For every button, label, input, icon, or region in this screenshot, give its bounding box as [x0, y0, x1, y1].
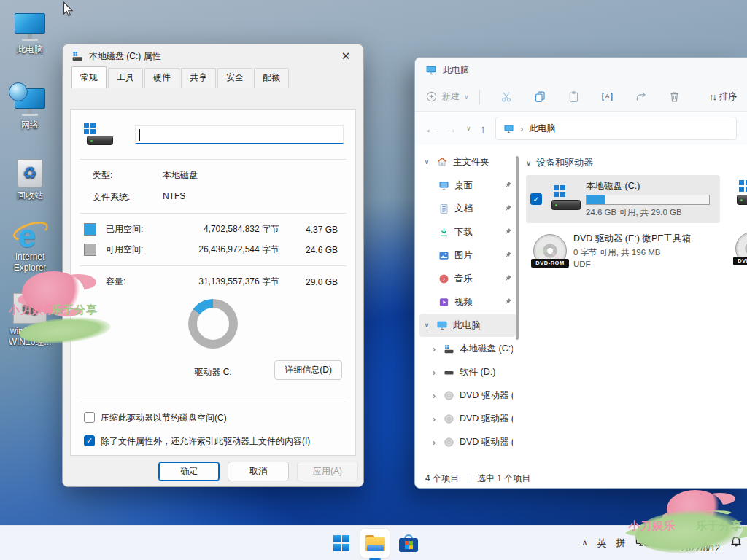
chevron-down-icon[interactable]: ∨	[422, 322, 431, 329]
taskbar-clock[interactable]: 14:55 2022/8/12	[681, 532, 720, 554]
delete-button[interactable]	[658, 90, 692, 103]
desktop-icon-internet-explorer[interactable]: e Internet Explorer	[1, 216, 58, 273]
cancel-button[interactable]: 取消	[228, 462, 289, 481]
index-checkbox-row[interactable]: 除了文件属性外，还允许索引此驱动器上文件的内容(I)	[84, 435, 344, 448]
dialog-tabs: 常规 工具 硬件 共享 安全 配额	[63, 68, 363, 88]
drive-item-c[interactable]: ✓ 本地磁盘 (C:) 24.6 GB 可用, 共 29.0 GB	[526, 175, 720, 223]
share-button[interactable]	[624, 90, 658, 103]
selected-checkbox-icon[interactable]: ✓	[530, 193, 542, 205]
nav-this-pc[interactable]: ∨ 此电脑	[419, 314, 516, 337]
recycle-bin-icon: ♻	[17, 159, 43, 188]
nav-documents[interactable]: 文档	[419, 197, 516, 220]
nav-drive-d[interactable]: › 软件 (D:)	[419, 360, 516, 384]
new-button[interactable]: 新建 ∨	[425, 90, 469, 103]
copy-button[interactable]	[524, 90, 557, 103]
dialog-titlebar[interactable]: 本地磁盘 (C:) 属性 ✕	[63, 44, 363, 68]
tab-sharing[interactable]: 共享	[181, 68, 216, 88]
nav-pictures[interactable]: 图片	[419, 244, 516, 267]
compress-checkbox[interactable]	[84, 412, 95, 423]
sort-button[interactable]: ↑↓ 排序	[709, 90, 737, 103]
nav-dvd-clipped[interactable]: › DVD 驱动器 (F:)	[419, 430, 516, 454]
desktop-folder-icon	[438, 180, 449, 191]
drive-name: DVD 驱动器 (E:) 微PE工具箱	[573, 233, 716, 245]
taskbar-microsoft-store[interactable]	[394, 529, 423, 558]
tab-security[interactable]: 安全	[217, 68, 252, 88]
nav-local-disk-c[interactable]: › 本地磁盘 (C:)	[419, 337, 516, 360]
tab-general[interactable]: 常规	[71, 66, 107, 88]
internet-explorer-icon: e	[11, 217, 49, 249]
nav-desktop[interactable]: 桌面	[419, 174, 516, 197]
back-icon[interactable]: ←	[425, 122, 436, 135]
chevron-right-icon[interactable]: ›	[430, 437, 438, 448]
up-icon[interactable]: ↑	[481, 122, 487, 135]
index-checkbox[interactable]	[84, 435, 95, 446]
dvd-rom-badge: DVD-ROM	[531, 259, 569, 268]
nav-dvd-e[interactable]: › DVD 驱动器 (E	[419, 384, 516, 407]
volume-label-input[interactable]	[135, 125, 344, 144]
desktop-icon-win11-restore[interactable]: ⚙⚙ win11恢复WIN10经...	[1, 290, 58, 348]
devices-section-header[interactable]: ∨ 设备和驱动器	[526, 156, 747, 169]
desktop-icon-label: 回收站	[1, 190, 58, 201]
gears-icon: ⚙⚙	[13, 293, 47, 324]
ok-button[interactable]: 确定	[158, 462, 220, 481]
documents-icon	[438, 203, 449, 214]
chevron-right-icon[interactable]: ›	[430, 343, 438, 354]
notification-bell-icon[interactable]: z	[729, 535, 743, 551]
ime-language-button[interactable]: 英	[597, 537, 607, 550]
nav-music[interactable]: ♪ 音乐	[419, 267, 516, 290]
ime-mode-button[interactable]: 拼	[616, 537, 626, 550]
rename-button[interactable]: A	[591, 90, 624, 103]
nav-downloads[interactable]: 下载	[419, 220, 516, 244]
desktop-icon-network[interactable]: 网络	[1, 84, 58, 131]
tab-hardware[interactable]: 硬件	[144, 68, 179, 88]
explorer-titlebar[interactable]: 此电脑	[415, 58, 747, 82]
used-space-bytes: 4,702,584,832 字节	[173, 223, 290, 236]
chevron-right-icon[interactable]: ›	[430, 413, 438, 424]
cut-button[interactable]	[490, 90, 524, 103]
tab-tools[interactable]: 工具	[108, 68, 143, 88]
history-chevron-icon[interactable]: ∨	[466, 125, 471, 132]
dialog-title: 本地磁盘 (C:) 属性	[89, 50, 161, 63]
svg-text:♪: ♪	[443, 276, 446, 282]
desktop-icon-this-pc[interactable]: 此电脑	[1, 9, 58, 55]
details-button[interactable]: 详细信息(D)	[274, 360, 342, 380]
close-icon[interactable]: ✕	[331, 46, 360, 66]
drive-icon	[444, 367, 454, 378]
clock-date: 2022/8/12	[681, 543, 720, 555]
taskbar-file-explorer[interactable]	[360, 529, 390, 558]
chevron-right-icon[interactable]: ›	[430, 390, 438, 401]
desktop-icon-recycle-bin[interactable]: ♻ 回收站	[1, 155, 58, 201]
volume-icon[interactable]	[659, 535, 672, 551]
nav-home[interactable]: ∨ 主文件夹	[419, 150, 516, 174]
used-space-label: 已用空间:	[106, 223, 173, 236]
paste-button[interactable]	[557, 90, 591, 103]
partial-dvd-icon: DVD-ROM	[735, 232, 747, 265]
general-tab-page: 类型:本地磁盘 文件系统:NTFS 已用空间: 4,702,584,832 字节…	[70, 109, 356, 456]
desktop-icon-label: 此电脑	[1, 44, 58, 55]
drive-usage-fill	[587, 195, 605, 204]
globe-icon	[9, 82, 28, 101]
breadcrumb[interactable]: › 此电脑	[495, 117, 737, 140]
apply-button[interactable]: 应用(A)	[297, 462, 358, 481]
nav-videos[interactable]: 视频	[419, 290, 516, 314]
nav-dvd-f[interactable]: › DVD 驱动器 (F	[419, 407, 516, 430]
network-icon[interactable]	[635, 534, 649, 551]
start-button[interactable]	[327, 529, 356, 558]
svg-text:z: z	[738, 535, 740, 540]
folder-icon	[365, 535, 385, 551]
taskbar: ∧ 英 拼 14:55 2022/8/12 z	[0, 525, 747, 560]
tab-quota[interactable]: 配额	[254, 68, 289, 88]
compress-checkbox-row[interactable]: 压缩此驱动器以节约磁盘空间(C)	[84, 412, 344, 424]
clock-time: 14:55	[681, 532, 720, 543]
free-space-size: 24.6 GB	[290, 245, 344, 255]
hidden-icons-chevron[interactable]: ∧	[582, 538, 588, 548]
dvd-icon	[444, 437, 454, 448]
chevron-right-icon[interactable]: ›	[430, 367, 438, 378]
chevron-down-icon[interactable]: ∨	[422, 158, 431, 166]
pin-icon	[504, 228, 512, 238]
forward-icon[interactable]: →	[446, 122, 457, 135]
drive-item-dvd-e[interactable]: DVD-ROM DVD 驱动器 (E:) 微PE工具箱 0 字节 可用, 共 1…	[526, 228, 720, 273]
pin-icon	[504, 251, 512, 261]
new-button-label: 新建	[442, 90, 460, 103]
breadcrumb-root: 此电脑	[529, 122, 555, 135]
